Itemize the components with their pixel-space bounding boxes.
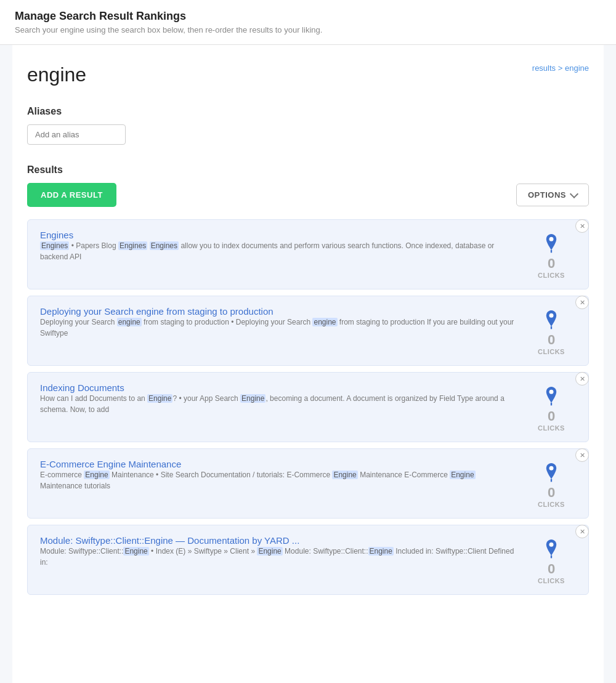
aliases-section: Aliases bbox=[27, 106, 589, 145]
snippet-highlight: Engine bbox=[123, 547, 148, 556]
result-card: ✕ E-Commerce Engine Maintenance E-commer… bbox=[27, 448, 589, 519]
results-section: Results ADD A RESULT OPTIONS ✕ Engines E… bbox=[27, 164, 589, 595]
breadcrumb-results-link[interactable]: results bbox=[532, 63, 556, 73]
clicks-label: CLICKS bbox=[538, 577, 565, 584]
clicks-count: 0 bbox=[548, 486, 555, 499]
results-section-title: Results bbox=[27, 164, 589, 176]
snippet-highlight: Engine bbox=[450, 471, 475, 479]
result-card: ✕ Indexing Documents How can I add Docum… bbox=[27, 372, 589, 442]
breadcrumb: results > engine bbox=[532, 63, 589, 73]
options-button-label: OPTIONS bbox=[528, 190, 566, 200]
snippet-highlight: Engine bbox=[257, 547, 282, 556]
snippet-highlight: engine bbox=[117, 318, 142, 326]
snippet-highlight: Engines bbox=[150, 241, 179, 250]
close-button[interactable]: ✕ bbox=[575, 372, 589, 386]
main-content: engine results > engine Aliases Results … bbox=[12, 45, 604, 683]
snippet-highlight: engine bbox=[312, 318, 337, 326]
result-title[interactable]: Module: Swiftype::Client::Engine — Docum… bbox=[40, 535, 299, 546]
close-button[interactable]: ✕ bbox=[575, 219, 589, 233]
result-snippet: Deploying your Search engine from stagin… bbox=[40, 317, 514, 339]
snippet-highlight: Engines bbox=[118, 241, 147, 250]
clicks-count: 0 bbox=[548, 410, 555, 423]
pin-icon[interactable] bbox=[543, 461, 560, 482]
clicks-label: CLICKS bbox=[538, 424, 565, 432]
result-meta: 0 CLICKS bbox=[527, 459, 576, 508]
close-button[interactable]: ✕ bbox=[575, 448, 589, 462]
result-snippet: How can I add Documents to an Engine? • … bbox=[40, 393, 514, 415]
pin-icon[interactable] bbox=[543, 309, 560, 329]
svg-point-6 bbox=[549, 466, 554, 471]
result-title[interactable]: Deploying your Search engine from stagin… bbox=[40, 306, 274, 317]
page-title: engine bbox=[27, 63, 86, 86]
clicks-label: CLICKS bbox=[538, 272, 565, 279]
result-meta: 0 CLICKS bbox=[527, 306, 576, 355]
result-card: ✕ Module: Swiftype::Client::Engine — Doc… bbox=[27, 525, 589, 595]
clicks-label: CLICKS bbox=[538, 501, 565, 508]
pin-icon[interactable] bbox=[543, 232, 560, 253]
result-card: ✕ Engines Engines • Papers Blog Engines … bbox=[27, 219, 589, 289]
add-result-button[interactable]: ADD A RESULT bbox=[27, 183, 116, 207]
alias-input[interactable] bbox=[27, 124, 126, 145]
result-title[interactable]: Indexing Documents bbox=[40, 382, 124, 393]
snippet-highlight: Engine bbox=[368, 547, 394, 556]
results-toolbar: ADD A RESULT OPTIONS bbox=[27, 183, 589, 207]
svg-point-4 bbox=[549, 390, 554, 394]
result-title[interactable]: Engines bbox=[40, 230, 73, 240]
result-meta: 0 CLICKS bbox=[527, 230, 576, 279]
page-header-row: engine results > engine bbox=[27, 63, 589, 86]
close-button[interactable]: ✕ bbox=[575, 525, 589, 538]
clicks-count: 0 bbox=[548, 333, 555, 347]
page-header-subtitle: Search your engine using the search box … bbox=[15, 25, 601, 34]
result-snippet: E-commerce Engine Maintenance • Site Sea… bbox=[40, 469, 514, 491]
svg-point-2 bbox=[549, 313, 554, 318]
svg-point-0 bbox=[549, 237, 554, 241]
result-card-content: Indexing Documents How can I add Documen… bbox=[40, 382, 527, 415]
snippet-highlight: Engine bbox=[240, 394, 265, 403]
clicks-count: 0 bbox=[548, 257, 555, 270]
header-bar: Manage Search Result Rankings Search you… bbox=[0, 0, 616, 45]
result-card-content: Deploying your Search engine from stagin… bbox=[40, 306, 527, 339]
snippet-highlight: Engine bbox=[332, 471, 357, 479]
result-meta: 0 CLICKS bbox=[527, 382, 576, 432]
chevron-down-icon bbox=[570, 189, 578, 198]
snippet-highlight: Engine bbox=[84, 471, 109, 479]
breadcrumb-engine-link[interactable]: engine bbox=[565, 63, 589, 73]
result-card-content: E-Commerce Engine Maintenance E-commerce… bbox=[40, 459, 527, 491]
result-cards-container: ✕ Engines Engines • Papers Blog Engines … bbox=[27, 219, 589, 595]
clicks-label: CLICKS bbox=[538, 348, 565, 355]
result-card-content: Engines Engines • Papers Blog Engines En… bbox=[40, 230, 527, 262]
snippet-highlight: Engine bbox=[147, 394, 172, 403]
breadcrumb-separator: > bbox=[558, 63, 565, 73]
pin-icon[interactable] bbox=[543, 538, 560, 559]
result-title[interactable]: E-Commerce Engine Maintenance bbox=[40, 459, 181, 469]
result-snippet: Module: Swiftype::Client::Engine • Index… bbox=[40, 546, 514, 568]
result-meta: 0 CLICKS bbox=[527, 535, 576, 584]
page-header-title: Manage Search Result Rankings bbox=[15, 10, 601, 23]
snippet-highlight: Engines bbox=[40, 241, 69, 250]
result-snippet: Engines • Papers Blog Engines Engines al… bbox=[40, 240, 514, 262]
options-button[interactable]: OPTIONS bbox=[516, 184, 589, 206]
svg-point-8 bbox=[549, 543, 554, 547]
close-button[interactable]: ✕ bbox=[575, 296, 589, 309]
pin-icon[interactable] bbox=[543, 385, 560, 406]
result-card: ✕ Deploying your Search engine from stag… bbox=[27, 296, 589, 366]
aliases-section-title: Aliases bbox=[27, 106, 589, 117]
result-card-content: Module: Swiftype::Client::Engine — Docum… bbox=[40, 535, 527, 568]
clicks-count: 0 bbox=[548, 562, 555, 576]
